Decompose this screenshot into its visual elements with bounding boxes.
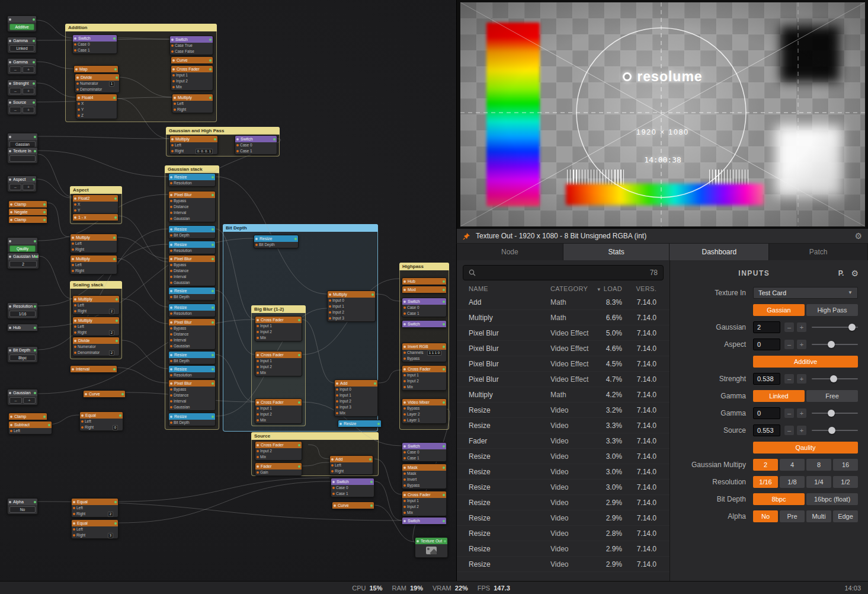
slider[interactable] — [812, 407, 858, 419]
increment-button[interactable]: + — [797, 426, 806, 435]
graph-node[interactable]: Float4XYZ — [76, 94, 117, 119]
column-version[interactable]: VERS. — [622, 285, 656, 292]
node-port-row[interactable]: Input 2 — [255, 364, 302, 370]
node-port-row[interactable]: Distance — [169, 268, 215, 274]
node-port-row[interactable]: Left — [72, 505, 118, 511]
table-row[interactable]: ResizeVideo3.0%7.14.0 — [457, 464, 670, 480]
graph-node[interactable]: ResizeResolution — [168, 365, 216, 379]
decrement-button[interactable]: – — [784, 322, 794, 332]
stats-search-box[interactable]: 78 — [463, 265, 664, 280]
graph-node[interactable]: AddLeftRight — [329, 455, 373, 475]
table-row[interactable]: ResizeVideo2.9%7.14.0 — [457, 557, 670, 572]
value-field[interactable]: 0.538 — [753, 373, 780, 385]
node-port-row[interactable]: Y — [76, 107, 117, 113]
node-port-row[interactable]: Denominator2 — [73, 350, 119, 356]
segment-option[interactable]: 16 — [833, 459, 858, 471]
graph-node[interactable]: Pixel BlurBypassDistanceIntervalGaussian — [168, 318, 216, 350]
column-category[interactable]: CATEGORY — [550, 285, 591, 292]
graph-node[interactable]: Pixel BlurBypassDistanceIntervalGaussian — [168, 191, 216, 222]
minus-icon[interactable]: – — [9, 66, 21, 73]
node-port-row[interactable]: Right — [71, 247, 117, 253]
node-port-row[interactable]: Input 1 — [171, 72, 213, 78]
node-port-row[interactable]: Mix — [255, 454, 302, 460]
plus-icon[interactable]: + — [23, 107, 34, 113]
node-stepper[interactable]: –+ — [9, 66, 34, 73]
node-port-row[interactable]: Numerator1 — [75, 81, 119, 87]
node-port-row[interactable]: Interval — [169, 210, 215, 216]
graph-node[interactable]: Gaussian–+ — [7, 389, 38, 405]
node-port-row[interactable]: Input 2 — [402, 504, 446, 510]
tab-node[interactable]: Node — [457, 244, 563, 260]
graph-node[interactable]: Texture Out — [415, 537, 448, 558]
graph-node[interactable]: ResizeBit Depth — [168, 225, 216, 239]
graph-node[interactable]: Hub — [7, 324, 38, 331]
slider-knob[interactable] — [828, 410, 835, 417]
node-toggle[interactable]: Additive — [9, 24, 34, 30]
node-port-row[interactable]: Bypass — [169, 198, 215, 204]
node-port-row[interactable]: Layer 2 — [402, 411, 446, 417]
graph-node[interactable]: SwitchCase 0Case 1 — [72, 34, 117, 54]
node-port-row[interactable]: Bypass — [402, 483, 446, 488]
tab-patch[interactable]: Patch — [769, 244, 868, 260]
graph-node[interactable]: Curve — [171, 56, 213, 64]
graph-node[interactable]: ResizeBit Depth — [168, 351, 216, 365]
stats-search-input[interactable] — [480, 269, 646, 277]
segment-option[interactable]: Edge — [833, 510, 858, 522]
graph-node[interactable]: Clamp — [8, 413, 47, 420]
table-row[interactable]: Pixel BlurVideo Effect4.5%7.14.0 — [457, 356, 670, 372]
graph-node[interactable]: FaderGain — [255, 462, 302, 476]
node-port-row[interactable]: Bypass — [169, 262, 215, 268]
node-port-row[interactable]: Left — [330, 462, 373, 468]
node-port-row[interactable]: Z — [76, 113, 117, 119]
slider[interactable] — [812, 321, 858, 333]
segment-option[interactable]: 2 — [753, 459, 778, 471]
decrement-button[interactable]: – — [784, 340, 794, 349]
node-port-row[interactable]: Case 1 — [73, 47, 117, 53]
node-toggle[interactable]: Qaulity — [9, 245, 36, 252]
graph-node[interactable]: Mod — [402, 286, 447, 293]
minus-icon[interactable]: – — [9, 107, 21, 113]
minus-icon[interactable]: – — [9, 397, 22, 404]
graph-node[interactable]: Cross FaderInput 1Input 2Mix — [255, 351, 302, 376]
node-port-row[interactable]: Input 1 — [255, 405, 302, 411]
segment-option[interactable]: 8 — [806, 459, 831, 471]
node-port-row[interactable]: Mix — [402, 384, 446, 390]
graph-node[interactable]: 1 - x — [72, 213, 118, 221]
segment-option[interactable]: 4 — [780, 459, 805, 471]
table-row[interactable]: ResizeVideo3.0%7.14.0 — [457, 449, 670, 464]
segment-option[interactable]: Pre — [780, 510, 805, 522]
node-port-row[interactable]: Bit Depth — [169, 358, 215, 364]
node-port-row[interactable]: Gaussian — [169, 280, 215, 286]
node-port-row[interactable]: Input 2 — [171, 78, 213, 84]
minus-icon[interactable]: – — [9, 184, 21, 190]
node-port-row[interactable]: Case 1 — [402, 311, 446, 317]
graph-node[interactable]: EqualLeftRight3 — [71, 519, 118, 539]
graph-node[interactable]: ResizeResolution — [168, 241, 216, 254]
segment-option[interactable]: No — [753, 510, 778, 522]
node-port-row[interactable]: Input 1 — [402, 372, 446, 378]
graph-node[interactable]: DivideNumeratorDenominator2 — [72, 337, 120, 356]
graph-node[interactable]: EqualLeftRight2 — [71, 498, 118, 518]
node-port-row[interactable]: Left — [72, 526, 118, 532]
graph-node[interactable]: ResizeBit Depth — [168, 413, 216, 426]
node-port-row[interactable]: Right — [330, 468, 373, 474]
table-row[interactable]: ResizeVideo2.8%7.14.0 — [457, 526, 670, 541]
node-port-row[interactable]: Input 0 — [335, 387, 377, 392]
minus-icon[interactable]: – — [9, 88, 21, 94]
node-port-row[interactable]: Bit Depth — [169, 294, 215, 300]
plus-icon[interactable]: + — [23, 66, 34, 73]
node-port-row[interactable]: Gaussian — [169, 404, 215, 410]
graph-node[interactable]: MultiplyLeftRight2 — [72, 295, 120, 315]
graph-node[interactable]: GammaLinked — [7, 37, 37, 53]
segment-option[interactable]: 1/8 — [780, 476, 805, 488]
node-port-row[interactable]: Case 0 — [235, 142, 277, 148]
node-port-row[interactable]: Bit Depth — [254, 242, 298, 248]
graph-node[interactable]: Switch — [402, 320, 447, 328]
column-load[interactable]: ▼LOAD — [591, 285, 622, 292]
node-port-row[interactable]: Left — [80, 419, 123, 424]
node-port-row[interactable]: Resolution — [169, 372, 215, 378]
node-port-row[interactable]: Case 1 — [402, 455, 446, 461]
node-port-row[interactable]: Case False — [170, 49, 213, 55]
plus-icon[interactable]: + — [23, 397, 36, 404]
pin-icon[interactable] — [463, 232, 470, 240]
